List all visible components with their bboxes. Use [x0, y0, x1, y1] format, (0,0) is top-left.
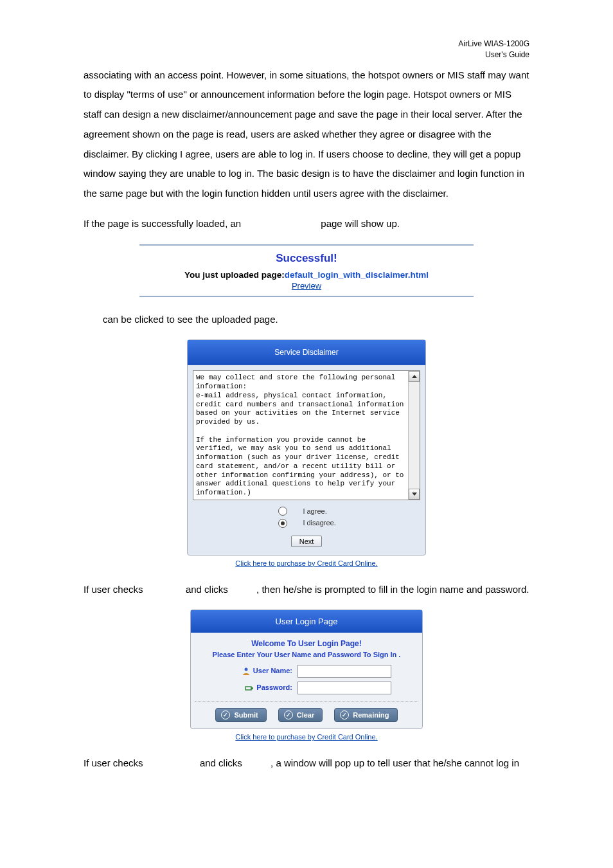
disclaimer-textarea[interactable]: We may collect and store the following p…	[193, 370, 420, 500]
product-name: AirLive WIAS-1200G	[458, 39, 529, 48]
agree-sentence: If user checks and clicks , then he/she …	[84, 580, 529, 600]
login-instruction: Please Enter Your User Name and Password…	[191, 651, 422, 658]
login-welcome: Welcome To User Login Page!	[191, 639, 422, 648]
uploaded-filename: default_login_with_disclaimer.html	[285, 270, 429, 280]
username-input[interactable]	[298, 665, 391, 678]
disagree-radio[interactable]	[278, 519, 287, 528]
agree-label: I agree.	[303, 507, 326, 515]
user-icon	[242, 667, 251, 676]
disclaimer-header: Service Disclaimer	[188, 340, 425, 365]
user-login-panel: User Login Page Welcome To User Login Pa…	[190, 610, 423, 729]
agree-radio[interactable]	[278, 507, 287, 516]
check-icon: ✓	[340, 710, 349, 719]
success-title: Successful!	[139, 252, 474, 265]
scrollbar[interactable]	[408, 371, 420, 500]
key-icon	[245, 683, 254, 692]
uploaded-line: You just uploaded page:default_login_wit…	[139, 270, 474, 280]
svg-point-0	[244, 668, 247, 671]
username-label: User Name:	[253, 667, 292, 674]
loaded-sentence: If the page is successfully loaded, an p…	[84, 214, 529, 234]
password-label: Password:	[256, 683, 292, 691]
intro-paragraph: associating with an access point. Howeve…	[84, 66, 529, 204]
remaining-button[interactable]: ✓ Remaining	[334, 708, 397, 722]
preview-link[interactable]: Preview	[292, 281, 321, 291]
clear-button[interactable]: ✓ Clear	[278, 708, 323, 722]
submit-button[interactable]: ✓ Submit	[215, 708, 266, 722]
svg-rect-1	[245, 687, 251, 690]
upload-success-panel: Successful! You just uploaded page:defau…	[139, 244, 474, 297]
scroll-up-icon[interactable]	[409, 371, 420, 382]
doc-header: AirLive WIAS-1200G User's Guide	[84, 39, 529, 60]
disagree-label: I disagree.	[303, 519, 335, 527]
credit-card-link-2[interactable]: Click here to purchase by Credit Card On…	[235, 733, 377, 741]
doc-title: User's Guide	[485, 50, 529, 59]
svg-point-2	[251, 687, 253, 690]
service-disclaimer-panel: Service Disclaimer We may collect and st…	[187, 339, 426, 555]
password-input[interactable]	[298, 682, 391, 694]
check-icon: ✓	[284, 710, 293, 719]
check-icon: ✓	[221, 710, 230, 719]
disagree-sentence: If user checks and clicks , a window wil…	[84, 754, 529, 773]
next-button[interactable]: Next	[291, 536, 323, 547]
scroll-down-icon[interactable]	[409, 489, 420, 500]
credit-card-link[interactable]: Click here to purchase by Credit Card On…	[235, 559, 377, 567]
login-header: User Login Page	[191, 610, 422, 633]
preview-sentence: can be clicked to see the uploaded page.	[103, 310, 529, 330]
